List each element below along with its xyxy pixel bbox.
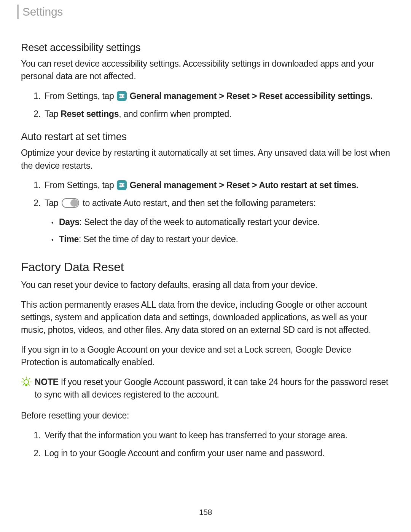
text: From Settings, tap (45, 180, 116, 190)
text: : Select the day of the week to automati… (80, 217, 320, 227)
factory-reset-p2: This action permanently erases ALL data … (21, 299, 390, 337)
general-management-icon (117, 180, 127, 190)
list-item: Tap to activate Auto restart, and then s… (43, 197, 390, 246)
bold-text: Days (59, 217, 80, 227)
bold-text: Time (59, 234, 79, 244)
list-item: From Settings, tap General management > … (43, 179, 390, 192)
text: Tap (45, 109, 61, 119)
page-number: 158 (0, 508, 411, 517)
factory-reset-p3: If you sign in to a Google Account on yo… (21, 343, 390, 369)
heading-reset-accessibility: Reset accessibility settings (21, 42, 390, 54)
note-label: NOTE (35, 377, 59, 387)
note-block: NOTE If you reset your Google Account pa… (21, 376, 390, 401)
before-reset-steps: Verify that the information you want to … (21, 429, 390, 460)
svg-point-9 (122, 184, 123, 185)
heading-auto-restart: Auto restart at set times (21, 131, 390, 143)
text: Tap (45, 198, 61, 208)
reset-accessibility-steps: From Settings, tap General management > … (21, 90, 390, 121)
text: to activate Auto restart, and then set t… (80, 198, 315, 208)
toggle-off-icon (62, 198, 79, 208)
svg-point-1 (120, 94, 121, 95)
list-item: Tap Reset settings, and confirm when pro… (43, 108, 390, 120)
text: From Settings, tap (45, 91, 116, 101)
nav-path: General management > Reset > Auto restar… (127, 180, 358, 190)
list-item: Time: Set the time of day to restart you… (59, 233, 390, 246)
factory-reset-p1: You can reset your device to factory def… (21, 279, 390, 291)
list-item: Days: Select the day of the week to auto… (59, 216, 390, 228)
svg-point-7 (120, 183, 121, 184)
svg-point-3 (122, 95, 123, 96)
svg-point-19 (24, 379, 29, 384)
reset-accessibility-intro: You can reset device accessibility setti… (21, 58, 390, 83)
bold-text: Reset settings (61, 109, 119, 119)
svg-line-14 (29, 378, 30, 379)
list-item: Verify that the information you want to … (43, 429, 390, 442)
nav-path: General management > Reset > Reset acces… (127, 91, 373, 101)
auto-restart-steps: From Settings, tap General management > … (21, 179, 390, 246)
auto-restart-intro: Optimize your device by restarting it au… (21, 147, 390, 172)
svg-line-13 (22, 378, 24, 379)
svg-line-17 (23, 384, 24, 385)
header-accent-bar (17, 5, 19, 19)
auto-restart-params: Days: Select the day of the week to auto… (45, 216, 390, 246)
text: : Set the time of day to restart your de… (79, 234, 238, 244)
svg-line-18 (29, 384, 30, 385)
text: , and confirm when prompted. (119, 109, 231, 119)
svg-rect-20 (25, 385, 27, 386)
list-item: Log in to your Google Account and confir… (43, 447, 390, 460)
header-title: Settings (22, 5, 63, 18)
note-text: NOTE If you reset your Google Account pa… (35, 376, 390, 401)
tip-lightbulb-icon (21, 377, 32, 389)
text: If you reset your Google Account passwor… (35, 377, 388, 399)
before-resetting-text: Before resetting your device: (21, 409, 390, 422)
list-item: From Settings, tap General management > … (43, 90, 390, 102)
svg-point-11 (120, 186, 121, 187)
svg-point-5 (120, 97, 121, 98)
heading-factory-data-reset: Factory Data Reset (21, 260, 390, 274)
general-management-icon (117, 91, 127, 101)
page-header: Settings (17, 0, 390, 19)
